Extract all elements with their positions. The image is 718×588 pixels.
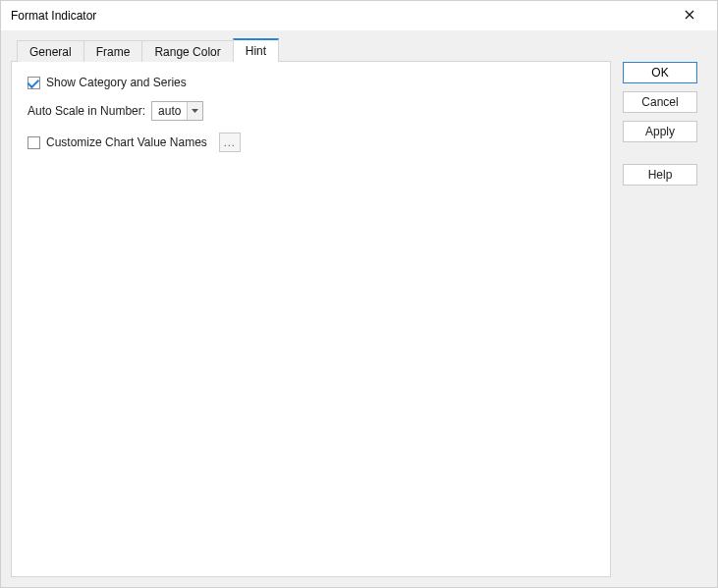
show-category-checkbox[interactable] (28, 77, 40, 89)
auto-scale-value: auto (152, 102, 187, 120)
format-indicator-dialog: Format Indicator General Frame Range Col… (0, 0, 718, 588)
button-gap (623, 150, 707, 164)
tab-strip: General Frame Range Color Hint (17, 38, 611, 62)
cancel-button[interactable]: Cancel (623, 91, 697, 113)
apply-button[interactable]: Apply (623, 121, 697, 142)
hint-panel: Show Category and Series Auto Scale in N… (11, 61, 611, 577)
tab-range-color[interactable]: Range Color (141, 40, 233, 62)
button-column: OK Cancel Apply Help (623, 38, 707, 577)
auto-scale-row: Auto Scale in Number: auto (28, 101, 594, 121)
close-icon (685, 9, 694, 23)
main-column: General Frame Range Color Hint Show Cate… (11, 38, 611, 577)
content-row: General Frame Range Color Hint Show Cate… (11, 38, 707, 577)
customize-row: Customize Chart Value Names ... (28, 133, 594, 152)
titlebar: Format Indicator (1, 1, 717, 30)
tab-general[interactable]: General (17, 40, 84, 62)
auto-scale-select[interactable]: auto (151, 101, 203, 121)
show-category-label: Show Category and Series (46, 76, 187, 89)
customize-checkbox[interactable] (28, 136, 40, 149)
chevron-down-icon (187, 102, 202, 120)
show-category-row: Show Category and Series (28, 76, 594, 89)
dialog-body: General Frame Range Color Hint Show Cate… (1, 30, 717, 587)
customize-label: Customize Chart Value Names (46, 135, 207, 149)
auto-scale-label: Auto Scale in Number: (28, 104, 145, 118)
help-button[interactable]: Help (623, 164, 697, 186)
tab-hint[interactable]: Hint (233, 38, 279, 62)
ok-button[interactable]: OK (623, 62, 697, 83)
customize-ellipsis-button[interactable]: ... (219, 133, 241, 152)
close-button[interactable] (670, 2, 709, 29)
tab-frame[interactable]: Frame (83, 40, 143, 62)
dialog-title: Format Indicator (11, 9, 670, 23)
